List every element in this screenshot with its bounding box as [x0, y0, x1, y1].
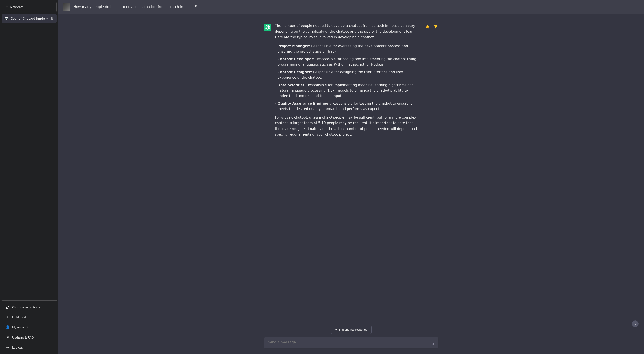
- user-question-text: How many people do I need to develop a c…: [74, 4, 197, 10]
- roles-list: · Project Manager: Responsible for overs…: [275, 43, 422, 112]
- sidebar-divider: [2, 301, 56, 301]
- response-conclusion: For a basic chatbot, a team of 2-3 peopl…: [275, 115, 422, 138]
- role-list-item: · Data Scientist: Responsible for implem…: [275, 82, 422, 99]
- role-list-item: · Chatbot Designer: Responsible for desi…: [275, 69, 422, 80]
- delete-chat-button[interactable]: 🗑: [50, 16, 54, 21]
- new-chat-label: New chat: [10, 5, 23, 9]
- sidebar: + New chat 💬 Cost of Chatbot Imple ✏ 🗑 🗑…: [0, 0, 58, 354]
- role-list-item: · Project Manager: Responsible for overs…: [275, 43, 422, 54]
- chat-item-actions: ✏ 🗑: [45, 16, 54, 21]
- bullet-dot: ·: [275, 102, 276, 106]
- thumbs-up-button[interactable]: 👍: [424, 23, 430, 29]
- send-button[interactable]: ➤: [431, 341, 436, 347]
- role-text: Quality Assurance Engineer: Responsible …: [278, 101, 422, 112]
- light-mode-label: Light mode: [12, 316, 28, 319]
- message-input[interactable]: [264, 337, 438, 349]
- role-text: Chatbot Designer: Responsible for design…: [278, 69, 422, 80]
- chat-history-item[interactable]: 💬 Cost of Chatbot Imple ✏ 🗑: [2, 14, 56, 23]
- main-content: How many people do I need to develop a c…: [58, 0, 644, 354]
- user-avatar: [63, 3, 70, 11]
- assistant-avatar: [264, 23, 271, 31]
- bottom-area: ↺ Regenerate response ➤: [259, 323, 443, 354]
- regenerate-label: Regenerate response: [339, 328, 367, 331]
- new-chat-button[interactable]: + New chat: [2, 2, 56, 12]
- sidebar-item-updates-faq[interactable]: ↗ Updates & FAQ: [2, 333, 56, 342]
- assistant-message-content: The number of people needed to develop a…: [275, 23, 422, 141]
- chatgpt-logo-icon: [265, 25, 270, 30]
- regenerate-response-button[interactable]: ↺ Regenerate response: [331, 326, 372, 334]
- role-text: Chatbot Developer: Responsible for codin…: [278, 56, 422, 67]
- role-text: Data Scientist: Responsible for implemen…: [278, 82, 422, 99]
- scroll-to-bottom-button[interactable]: ↓: [632, 320, 638, 327]
- role-list-item: · Quality Assurance Engineer: Responsibl…: [275, 101, 422, 112]
- chat-item-title: Cost of Chatbot Imple: [10, 17, 45, 20]
- updates-faq-label: Updates & FAQ: [12, 336, 34, 339]
- chat-bubble-icon: 💬: [4, 17, 8, 20]
- bullet-dot: ·: [275, 83, 276, 88]
- sidebar-bottom: 🗑 Clear conversations ☀ Light mode 👤 My …: [2, 303, 56, 352]
- input-wrapper: ➤: [264, 337, 438, 350]
- my-account-label: My account: [12, 326, 28, 329]
- logout-icon: ⇥: [6, 345, 10, 350]
- bullet-dot: ·: [275, 44, 276, 49]
- send-icon: ➤: [432, 342, 435, 346]
- thumbs-down-button[interactable]: 👎: [432, 23, 438, 29]
- trash-icon: 🗑: [6, 305, 10, 309]
- assistant-message-row: The number of people needed to develop a…: [259, 19, 443, 144]
- sidebar-item-clear-conversations[interactable]: 🗑 Clear conversations: [2, 303, 56, 312]
- role-list-item: · Chatbot Developer: Responsible for cod…: [275, 56, 422, 67]
- log-out-label: Log out: [12, 346, 23, 349]
- user-icon: 👤: [6, 325, 10, 329]
- regenerate-icon: ↺: [335, 328, 338, 331]
- plus-icon: +: [6, 5, 8, 9]
- bullet-dot: ·: [275, 57, 276, 62]
- sidebar-item-log-out[interactable]: ⇥ Log out: [2, 343, 56, 352]
- message-actions: 👍 👎: [424, 23, 438, 29]
- clear-conversations-label: Clear conversations: [12, 305, 40, 309]
- sidebar-item-my-account[interactable]: 👤 My account: [2, 323, 56, 332]
- edit-chat-button[interactable]: ✏: [45, 16, 49, 21]
- chat-area: The number of people needed to develop a…: [58, 14, 644, 323]
- bullet-dot: ·: [275, 70, 276, 75]
- chevron-down-icon: ↓: [634, 322, 636, 326]
- external-link-icon: ↗: [6, 335, 10, 340]
- sidebar-item-light-mode[interactable]: ☀ Light mode: [2, 312, 56, 322]
- chat-item-left: 💬 Cost of Chatbot Imple: [4, 17, 45, 20]
- response-intro: The number of people needed to develop a…: [275, 23, 422, 40]
- sun-icon: ☀: [6, 315, 10, 319]
- user-avatar-image: [63, 3, 70, 11]
- user-message-bar: How many people do I need to develop a c…: [58, 0, 644, 14]
- chat-history: 💬 Cost of Chatbot Imple ✏ 🗑: [2, 14, 56, 299]
- role-text: Project Manager: Responsible for oversee…: [278, 43, 422, 54]
